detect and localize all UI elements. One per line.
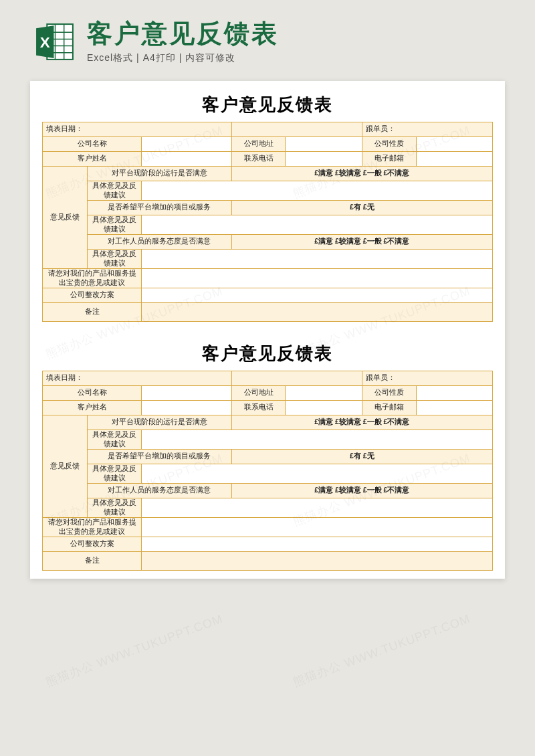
label-company-name: 公司名称 [43, 385, 142, 400]
feedback-form-2: 客户意见反馈表 填表日期： 跟单员： 公司名称 公司地址 公司性质 客户姓名 [42, 342, 493, 571]
input-detail-3[interactable] [142, 498, 493, 517]
label-follower: 跟单员： [362, 371, 492, 385]
input-suggestion[interactable] [142, 517, 493, 537]
input-email[interactable] [416, 151, 492, 166]
label-suggestion: 请您对我们的产品和服务提出宝贵的意见或建议 [43, 268, 142, 288]
label-fill-date: 填表日期： [43, 122, 232, 136]
cell-blank [231, 122, 362, 136]
label-phone: 联系电话 [231, 400, 286, 415]
options-q1[interactable]: £满意 £较满意 £一般 £不满意 [231, 415, 492, 430]
label-remark: 备注 [43, 302, 142, 321]
label-company-nature: 公司性质 [362, 385, 416, 400]
cell-blank [231, 371, 362, 385]
input-company-addr[interactable] [286, 385, 362, 400]
label-fill-date: 填表日期： [43, 371, 232, 385]
label-plan: 公司整改方案 [43, 288, 142, 302]
document-page: 客户意见反馈表 填表日期： 跟单员： 公司名称 公司地址 公司性质 客户姓名 [30, 81, 505, 579]
input-suggestion[interactable] [142, 268, 493, 288]
label-q3: 对工作人员的服务态度是否满意 [88, 483, 231, 498]
label-feedback-section: 意见反馈 [43, 415, 88, 517]
options-q3[interactable]: £满意 £较满意 £一般 £不满意 [231, 234, 492, 249]
svg-text:X: X [40, 34, 50, 51]
options-q3[interactable]: £满意 £较满意 £一般 £不满意 [231, 483, 492, 498]
input-phone[interactable] [286, 151, 362, 166]
label-customer-name: 客户姓名 [43, 400, 142, 415]
feedback-form-1: 客户意见反馈表 填表日期： 跟单员： 公司名称 公司地址 公司性质 客户姓名 [42, 93, 493, 322]
label-plan: 公司整改方案 [43, 537, 142, 551]
input-phone[interactable] [286, 400, 362, 415]
template-header: X 客户意见反馈表 Excel格式 | A4打印 | 内容可修改 [0, 0, 535, 71]
input-company-name[interactable] [142, 385, 232, 400]
label-company-name: 公司名称 [43, 136, 142, 151]
watermark: 熊猫办公 WWW.TUKUPPT.COM [43, 611, 225, 690]
options-q2[interactable]: £有 £无 [231, 200, 492, 215]
form-table: 填表日期： 跟单员： 公司名称 公司地址 公司性质 客户姓名 联系电话 电子邮箱 [42, 371, 493, 571]
label-remark: 备注 [43, 551, 142, 570]
label-company-addr: 公司地址 [231, 136, 286, 151]
input-remark[interactable] [142, 551, 493, 570]
input-detail-1[interactable] [142, 181, 493, 200]
label-customer-name: 客户姓名 [43, 151, 142, 166]
label-detail-2: 具体意见及反馈建议 [88, 464, 142, 483]
input-company-name[interactable] [142, 136, 232, 151]
input-email[interactable] [416, 400, 492, 415]
label-q2: 是否希望平台增加的项目或服务 [88, 449, 231, 464]
label-detail-3: 具体意见及反馈建议 [88, 498, 142, 517]
input-customer-name[interactable] [142, 400, 232, 415]
label-q2: 是否希望平台增加的项目或服务 [88, 200, 231, 215]
label-q1: 对平台现阶段的运行是否满意 [88, 166, 231, 181]
input-detail-2[interactable] [142, 464, 493, 483]
watermark: 熊猫办公 WWW.TUKUPPT.COM [290, 611, 472, 690]
label-detail-1: 具体意见及反馈建议 [88, 430, 142, 449]
label-follower: 跟单员： [362, 122, 492, 136]
label-company-nature: 公司性质 [362, 136, 416, 151]
label-email: 电子邮箱 [362, 400, 416, 415]
input-detail-3[interactable] [142, 249, 493, 268]
input-company-nature[interactable] [416, 136, 492, 151]
label-detail-1: 具体意见及反馈建议 [88, 181, 142, 200]
options-q1[interactable]: £满意 £较满意 £一般 £不满意 [231, 166, 492, 181]
label-phone: 联系电话 [231, 151, 286, 166]
input-detail-2[interactable] [142, 215, 493, 234]
input-customer-name[interactable] [142, 151, 232, 166]
label-suggestion: 请您对我们的产品和服务提出宝贵的意见或建议 [43, 517, 142, 537]
options-q2[interactable]: £有 £无 [231, 449, 492, 464]
label-q1: 对平台现阶段的运行是否满意 [88, 415, 231, 430]
label-detail-3: 具体意见及反馈建议 [88, 249, 142, 268]
form-title: 客户意见反馈表 [42, 93, 493, 116]
form-table: 填表日期： 跟单员： 公司名称 公司地址 公司性质 客户姓名 联系电话 电子邮箱 [42, 122, 493, 322]
label-detail-2: 具体意见及反馈建议 [88, 215, 142, 234]
header-sub-title: Excel格式 | A4打印 | 内容可修改 [87, 52, 508, 64]
input-plan[interactable] [142, 537, 493, 551]
label-email: 电子邮箱 [362, 151, 416, 166]
label-q3: 对工作人员的服务态度是否满意 [88, 234, 231, 249]
input-company-addr[interactable] [286, 136, 362, 151]
input-detail-1[interactable] [142, 430, 493, 449]
label-feedback-section: 意见反馈 [43, 166, 88, 268]
input-company-nature[interactable] [416, 385, 492, 400]
input-plan[interactable] [142, 288, 493, 302]
excel-file-icon: X [33, 20, 77, 64]
label-company-addr: 公司地址 [231, 385, 286, 400]
input-remark[interactable] [142, 302, 493, 321]
header-main-title: 客户意见反馈表 [87, 20, 508, 48]
form-title: 客户意见反馈表 [42, 342, 493, 365]
